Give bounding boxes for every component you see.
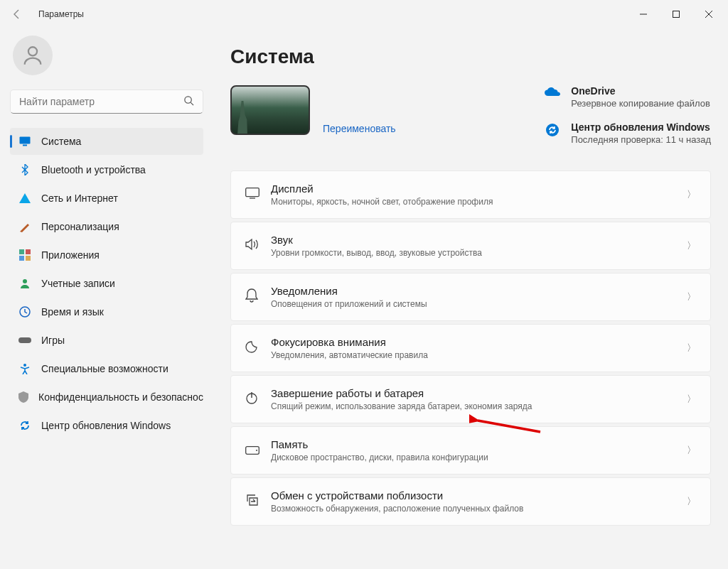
svg-point-13 [23,279,27,283]
svg-line-6 [191,102,193,105]
sidebar-item-update[interactable]: Центр обновления Windows [10,412,203,439]
avatar [13,36,53,75]
onedrive-icon [544,85,561,109]
close-icon [705,10,713,18]
sidebar-item-time[interactable]: Время и язык [10,298,203,325]
card-title: Память [271,438,687,450]
page-title: Система [230,45,711,68]
svg-rect-9 [19,249,24,254]
power-icon [245,391,271,408]
window-title: Параметры [38,9,84,19]
sidebar-item-apps[interactable]: Приложения [10,242,203,269]
svg-point-17 [546,124,559,136]
card-title: Завершение работы и батарея [271,387,687,399]
chevron-right-icon: 〉 [687,342,696,354]
close-button[interactable] [692,0,725,28]
card-title: Фокусировка внимания [271,336,687,348]
update-icon [18,419,31,432]
windows-update-icon [544,121,561,145]
maximize-icon [672,10,680,18]
sidebar-item-label: Персонализация [41,221,119,232]
sidebar-item-accounts[interactable]: Учетные записи [10,270,203,297]
card-notifications[interactable]: УведомленияОповещения от приложений и си… [230,273,711,321]
svg-point-5 [185,96,191,102]
minimize-button[interactable] [627,0,660,28]
svg-rect-12 [26,256,31,261]
minimize-icon [639,10,648,18]
chevron-right-icon: 〉 [687,188,696,201]
user-profile[interactable] [10,31,203,90]
time-icon [18,305,31,318]
apps-icon [18,249,31,261]
onedrive-status[interactable]: OneDriveРезервное копирование файлов [544,85,711,109]
svg-rect-15 [18,337,31,343]
card-focus[interactable]: Фокусировка вниманияУведомления, автомат… [230,324,711,372]
card-sub: Уведомления, автоматические правила [271,350,687,360]
sidebar-item-games[interactable]: Игры [10,327,203,354]
sidebar-item-label: Специальные возможности [41,363,168,374]
svg-rect-7 [20,137,31,144]
sidebar-item-system[interactable]: Система [10,128,203,155]
sidebar-item-bluetooth[interactable]: Bluetooth и устройства [10,156,203,183]
sidebar-item-privacy[interactable]: Конфиденциальность и безопасность [10,384,203,411]
card-sub: Уровни громкости, вывод, ввод, звуковые … [271,248,687,258]
sidebar-item-label: Система [41,136,81,147]
card-sub: Мониторы, яркость, ночной свет, отображе… [271,197,687,207]
search-icon [183,95,194,109]
sidebar-item-personalization[interactable]: Персонализация [10,213,203,240]
search-input[interactable] [19,96,183,107]
chevron-right-icon: 〉 [687,495,696,508]
card-sound[interactable]: ЗвукУровни громкости, вывод, ввод, звуко… [230,222,711,270]
person-icon [21,43,45,67]
sidebar-item-label: Время и язык [41,306,104,318]
svg-rect-18 [246,188,259,196]
windows-update-status[interactable]: Центр обновления WindowsПоследняя провер… [544,121,711,145]
sound-icon [245,238,271,254]
chevron-right-icon: 〉 [687,393,696,406]
card-title: Обмен с устройствами поблизости [271,489,687,502]
card-power[interactable]: Завершение работы и батареяСпящий режим,… [230,375,711,423]
sidebar-item-label: Учетные записи [41,278,115,289]
rename-link[interactable]: Переименовать [323,123,396,134]
update-title: Центр обновления Windows [571,121,711,133]
display-icon [245,188,271,202]
chevron-right-icon: 〉 [687,239,696,252]
sidebar-item-accessibility[interactable]: Специальные возможности [10,355,203,382]
card-nearby[interactable]: Обмен с устройствами поблизостиВозможнос… [230,477,711,526]
storage-icon [245,443,271,458]
sidebar-item-label: Приложения [41,249,100,261]
svg-point-16 [23,364,26,367]
system-icon [18,135,31,148]
games-icon [18,334,31,347]
card-sub: Возможность обнаружения, расположение по… [271,504,687,514]
accounts-icon [18,277,31,290]
privacy-icon [18,391,28,403]
network-icon [18,192,31,205]
card-title: Дисплей [271,183,687,195]
search-box[interactable] [10,90,203,114]
wallpaper-thumb[interactable] [230,85,310,135]
card-storage[interactable]: ПамятьДисковое пространство, диски, прав… [230,426,711,475]
sidebar-item-label: Bluetooth и устройства [41,164,146,175]
nearby-icon [245,494,271,510]
back-button[interactable] [3,0,31,28]
device-block: Переименовать [230,85,396,135]
sidebar-item-network[interactable]: Сеть и Интернет [10,185,203,212]
accessibility-icon [18,362,31,375]
focus-icon [245,340,271,357]
card-display[interactable]: ДисплейМониторы, яркость, ночной свет, о… [230,170,711,219]
bluetooth-icon [18,163,31,176]
svg-rect-10 [26,249,31,254]
maximize-button[interactable] [660,0,692,28]
onedrive-title: OneDrive [571,85,710,97]
sidebar-item-label: Игры [41,335,65,346]
sidebar-item-label: Сеть и Интернет [41,193,118,204]
chevron-right-icon: 〉 [687,444,696,457]
svg-rect-1 [673,11,680,18]
card-sub: Спящий режим, использование заряда батар… [271,401,687,411]
card-sub: Оповещения от приложений и системы [271,299,687,309]
onedrive-sub: Резервное копирование файлов [571,98,710,109]
card-sub: Дисковое пространство, диски, правила ко… [271,453,687,462]
card-title: Звук [271,234,687,246]
notifications-icon [245,288,271,306]
